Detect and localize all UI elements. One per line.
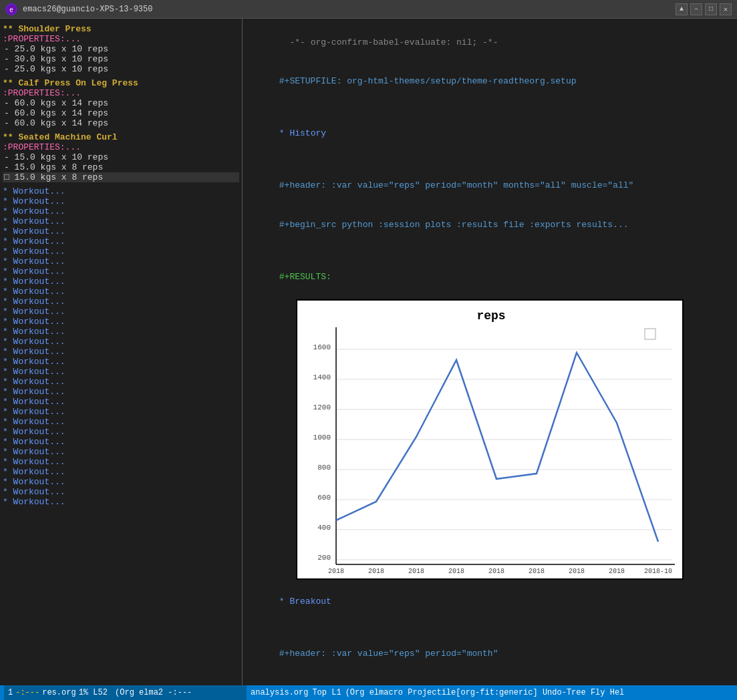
workout-link-27[interactable]: * Workout...	[3, 447, 239, 457]
seated-curl-heading: ** Seated Machine Curl	[3, 132, 239, 142]
maximize-button[interactable]: □	[705, 3, 717, 15]
calf-press-item-2: - 60.0 kgs x 14 reps	[3, 108, 239, 118]
svg-text:2018: 2018	[488, 568, 504, 575]
status-bar: 1 -:--- res.org 1% L52 (Org elma2 -:--- …	[0, 685, 737, 700]
status-position: 1% L52	[79, 688, 108, 697]
workout-link-25[interactable]: * Workout...	[3, 427, 239, 437]
workout-link-24[interactable]: * Workout...	[3, 417, 239, 427]
history-label: History	[289, 128, 326, 138]
line-chart: reps 200 400 600 800 1000 1200 1400 1600	[296, 299, 684, 580]
svg-text:2018: 2018	[529, 568, 545, 575]
workout-link-2[interactable]: * Workout...	[3, 196, 239, 206]
workout-link-11[interactable]: * Workout...	[3, 287, 239, 297]
svg-text:2018: 2018	[368, 568, 384, 575]
shoulder-press-item-3: - 25.0 kgs x 10 reps	[3, 64, 239, 74]
emacs-logo: e	[5, 3, 17, 15]
begin-src-line-2: #+begin_src python :session plots :resul…	[248, 673, 732, 685]
file-var-comment: -*- org-confirm-babel-evaluate: nil; -*-	[285, 37, 498, 47]
workout-link-1[interactable]: * Workout...	[3, 186, 239, 196]
calf-press-heading: ** Calf Press On Leg Press	[3, 78, 239, 88]
workout-link-13[interactable]: * Workout...	[3, 307, 239, 317]
workout-link-32[interactable]: * Workout...	[3, 497, 239, 507]
status-left: 1 -:--- res.org 1% L52 (Org elma2 -:---	[4, 685, 247, 700]
svg-text:e: e	[9, 7, 13, 14]
workout-link-12[interactable]: * Workout...	[3, 297, 239, 307]
header-keyword-1: #+header: :var value="reps" period="mont…	[279, 180, 634, 190]
workout-link-5[interactable]: * Workout...	[3, 226, 239, 236]
workout-link-4[interactable]: * Workout...	[3, 216, 239, 226]
shoulder-press-item-1: - 25.0 kgs x 10 reps	[3, 44, 239, 54]
svg-text:1400: 1400	[313, 373, 331, 381]
svg-text:2018: 2018	[569, 568, 585, 575]
workout-link-17[interactable]: * Workout...	[3, 347, 239, 357]
workout-link-21[interactable]: * Workout...	[3, 387, 239, 397]
blank-line-4	[248, 621, 732, 635]
workout-link-6[interactable]: * Workout...	[3, 236, 239, 246]
line-chart-title: reps	[476, 309, 505, 323]
workout-link-22[interactable]: * Workout...	[3, 397, 239, 407]
left-pane: ** Shoulder Press :PROPERTIES:... - 25.0…	[0, 19, 243, 685]
status-position-right: Top L1	[312, 688, 341, 697]
seated-curl-item-2: - 15.0 kgs x 8 reps	[3, 162, 239, 172]
shoulder-press-heading: ** Shoulder Press	[3, 24, 239, 34]
svg-text:400: 400	[317, 524, 331, 532]
line-chart-polyline	[336, 353, 658, 542]
calf-press-item-3: - 60.0 kgs x 14 reps	[3, 118, 239, 128]
iconify-button[interactable]: –	[690, 3, 702, 15]
window-controls[interactable]: ▲ – □ ✕	[676, 3, 732, 15]
workout-link-3[interactable]: * Workout...	[3, 206, 239, 216]
shoulder-press-item-2: - 30.0 kgs x 10 reps	[3, 54, 239, 64]
right-pane: -*- org-confirm-babel-evaluate: nil; -*-…	[243, 19, 737, 685]
status-modified-left: -:---	[15, 688, 39, 697]
svg-text:1000: 1000	[313, 433, 331, 442]
blank-line-1	[248, 101, 732, 114]
workout-link-8[interactable]: * Workout...	[3, 256, 239, 267]
results-line-1: #+RESULTS:	[248, 257, 732, 297]
status-right: analysis.org Top L1 (Org elmacro Project…	[247, 685, 733, 700]
workout-link-31[interactable]: * Workout...	[3, 487, 239, 497]
workout-link-29[interactable]: * Workout...	[3, 467, 239, 477]
workout-link-16[interactable]: * Workout...	[3, 337, 239, 347]
shoulder-press-properties: :PROPERTIES:...	[3, 34, 239, 44]
workout-link-14[interactable]: * Workout...	[3, 317, 239, 327]
workout-link-23[interactable]: * Workout...	[3, 407, 239, 417]
svg-text:800: 800	[317, 464, 331, 472]
begin-src-line-1: #+begin_src python :session plots :resul…	[248, 205, 732, 244]
workout-link-7[interactable]: * Workout...	[3, 246, 239, 256]
status-filename-left: res.org	[42, 688, 76, 697]
svg-text:1200: 1200	[313, 403, 331, 411]
seated-curl-properties: :PROPERTIES:...	[3, 142, 239, 152]
minimize-button[interactable]: ▲	[676, 3, 688, 15]
workout-link-20[interactable]: * Workout...	[3, 377, 239, 387]
status-mode-left: (Org elma2 -:---	[110, 688, 192, 697]
status-filename-right: analysis.org	[251, 688, 308, 697]
begin-src-keyword-1: #+begin_src python :session plots :resul…	[279, 220, 629, 230]
file-var-marker	[279, 37, 285, 47]
svg-text:2018: 2018	[408, 568, 424, 575]
results-keyword-1: #+RESULTS:	[279, 272, 331, 282]
status-mode-right: (Org elmacro Projectile[org-fit:generic]…	[345, 688, 625, 697]
workout-link-18[interactable]: * Workout...	[3, 357, 239, 367]
workout-link-26[interactable]: * Workout...	[3, 437, 239, 447]
calf-press-item-1: - 60.0 kgs x 14 reps	[3, 98, 239, 108]
workout-link-15[interactable]: * Workout...	[3, 327, 239, 337]
workout-link-28[interactable]: * Workout...	[3, 457, 239, 467]
status-indicator: 1	[8, 688, 13, 697]
org-star-breakout: *	[279, 596, 290, 606]
svg-text:1600: 1600	[313, 343, 331, 351]
workout-link-10[interactable]: * Workout...	[3, 277, 239, 287]
workout-link-9[interactable]: * Workout...	[3, 267, 239, 277]
title-bar-left: e emacs26@guancio-XPS-13-9350	[5, 3, 152, 15]
setupfile-keyword: #+SETUPFILE: org-html-themes/setup/theme…	[279, 76, 577, 86]
close-button[interactable]: ✕	[720, 3, 732, 15]
main-layout: ** Shoulder Press :PROPERTIES:... - 25.0…	[0, 19, 737, 685]
blank-line-2	[248, 153, 732, 166]
header-line-1: #+header: :var value="reps" period="mont…	[248, 166, 732, 206]
workout-link-19[interactable]: * Workout...	[3, 367, 239, 377]
line-chart-container: reps 200 400 600 800 1000 1200 1400 1600	[248, 299, 732, 580]
workout-link-30[interactable]: * Workout...	[3, 477, 239, 487]
breakout-label: Breakout	[289, 596, 331, 606]
svg-text:200: 200	[317, 554, 331, 562]
setupfile-line: #+SETUPFILE: org-html-themes/setup/theme…	[248, 62, 732, 102]
seated-curl-item-3: □ 15.0 kgs x 8 reps	[3, 172, 239, 182]
